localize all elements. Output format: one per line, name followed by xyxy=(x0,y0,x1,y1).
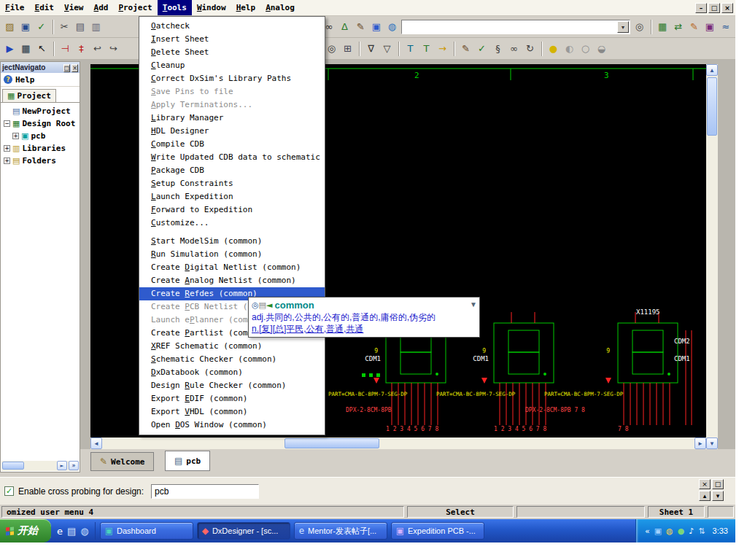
menubar-item-analog[interactable]: Analog xyxy=(260,0,300,15)
tab-project[interactable]: ▦ Project xyxy=(2,89,56,102)
tools-menu-item[interactable]: Package CDB xyxy=(139,164,325,177)
v-scroll-thumb[interactable] xyxy=(707,77,717,136)
tree-item-pcb[interactable]: +▣pcb xyxy=(2,130,80,142)
volume-icon[interactable]: ♪ xyxy=(689,526,694,536)
copy-icon[interactable]: ▤ xyxy=(74,20,88,34)
tab-welcome[interactable]: ✎Welcome xyxy=(90,452,154,471)
tree-item-newproject[interactable]: ▤NewProject xyxy=(2,105,80,117)
close-button[interactable]: × xyxy=(721,3,733,13)
h-scroll-thumb[interactable] xyxy=(285,438,379,448)
antivirus-icon[interactable]: ● xyxy=(678,526,685,536)
tools-menu-item[interactable]: Correct DxSim's Library Paths xyxy=(139,72,325,85)
combobox-arrow-icon[interactable]: ▼ xyxy=(617,21,629,33)
tree-expand-box[interactable]: + xyxy=(12,133,19,139)
filter-funnel-icon[interactable]: ∇ xyxy=(364,42,378,55)
v-scrollbar[interactable]: ▲ ▼ xyxy=(706,64,718,449)
waveform-icon[interactable]: ≈ xyxy=(719,20,732,34)
panel-undock-button[interactable]: □ xyxy=(63,64,71,72)
refresh-icon[interactable]: ↻ xyxy=(523,42,537,55)
v-scroll-up-button[interactable]: ▲ xyxy=(706,64,718,76)
speaker-icon[interactable]: ◄ xyxy=(266,300,272,310)
task-button-mentor-[interactable]: eMentor-发表帖子[... xyxy=(294,522,387,540)
tools-menu-item[interactable]: Export EDIF (common) xyxy=(139,392,325,405)
tools-menu-item[interactable]: Cleanup xyxy=(139,59,325,72)
output-float-button[interactable]: □ xyxy=(712,479,724,489)
tools-menu-item[interactable]: HDL Designer xyxy=(139,125,325,138)
backannotate-icon[interactable]: ⇄ xyxy=(671,20,685,34)
tools-menu-item[interactable]: Delete Sheet xyxy=(139,46,325,59)
save-all-icon[interactable]: ✓ xyxy=(34,20,48,34)
goto-arrow-icon[interactable]: → xyxy=(436,42,449,55)
probe-icon[interactable]: ◒ xyxy=(595,42,608,55)
bulb-off-icon[interactable]: ○ xyxy=(578,42,592,55)
task-button-expedition-pcb-[interactable]: ▣Expedition PCB -... xyxy=(391,522,484,540)
paste-icon[interactable]: ▥ xyxy=(89,20,103,34)
seg-display-component[interactable] xyxy=(494,323,554,383)
display-settings-icon[interactable]: ▣ xyxy=(654,526,662,536)
package-icon[interactable]: ▣ xyxy=(703,20,717,34)
tooltip-definition-noun[interactable]: n.[复][总]平民,公有,普通,共通 xyxy=(252,323,468,335)
output-next-button[interactable]: ▾ xyxy=(712,491,724,501)
tree-expand-box[interactable]: + xyxy=(4,145,10,152)
links-icon[interactable]: ∞ xyxy=(507,42,521,55)
tree-item-design-root[interactable]: −▦Design Root xyxy=(2,117,80,130)
panel-close-button[interactable]: × xyxy=(71,64,78,72)
panel-caption[interactable]: jectNavigato □× xyxy=(1,62,80,73)
check-icon[interactable]: Δ xyxy=(338,20,352,34)
show-desktop-icon[interactable]: ▤ xyxy=(67,526,76,537)
minimize-button[interactable]: – xyxy=(695,3,707,13)
media-player-icon[interactable]: ◍ xyxy=(80,526,88,537)
network-icon[interactable]: ⇅ xyxy=(698,526,705,536)
copy-icon[interactable]: ▤ xyxy=(259,300,266,310)
menubar-item-add[interactable]: Add xyxy=(89,0,114,15)
web-icon[interactable]: ◍ xyxy=(385,20,399,34)
tools-menu-item[interactable]: Open DOS Window (common) xyxy=(139,419,325,432)
panel-h-scrollbar[interactable]: ► » xyxy=(1,461,79,471)
bulb-half-icon[interactable]: ◐ xyxy=(562,42,576,55)
tools-menu-item[interactable]: Write Updated CDB data to schematic xyxy=(139,151,325,164)
tools-menu-item[interactable]: Create Digital Netlist (common) xyxy=(139,261,325,274)
tools-menu-item[interactable]: Run Simulation (common) xyxy=(139,248,325,261)
net-combobox[interactable]: ▼ xyxy=(401,20,630,34)
tools-menu-item[interactable]: Setup Constraints xyxy=(139,177,325,190)
output-close-button[interactable]: × xyxy=(699,479,711,489)
bulb-on-icon[interactable]: ● xyxy=(546,42,560,55)
run-sim-icon[interactable]: ▶ xyxy=(3,42,17,55)
save-icon[interactable]: ▣ xyxy=(19,20,33,34)
tools-menu-item[interactable]: Oatcheck xyxy=(139,20,325,33)
v-scroll-down-button[interactable]: ▼ xyxy=(706,438,718,449)
text-attr-icon[interactable]: T xyxy=(419,42,433,55)
next-view-icon[interactable]: ↪ xyxy=(107,42,120,55)
hide-tray-chevron-icon[interactable]: « xyxy=(645,526,650,536)
zoom-out-icon[interactable]: ◎ xyxy=(325,42,338,55)
open-folder-icon[interactable]: ▨ xyxy=(3,20,17,34)
tools-menu-item[interactable]: Library Manager xyxy=(139,112,325,125)
updates-icon[interactable]: ◍ xyxy=(666,526,673,536)
menubar-item-window[interactable]: Window xyxy=(192,0,231,15)
menubar-item-project[interactable]: Project xyxy=(113,0,157,15)
cut-icon[interactable]: ✂ xyxy=(58,20,71,34)
tools-menu-item[interactable]: Start ModelSim (common) xyxy=(139,235,325,248)
annotate-icon[interactable]: ✎ xyxy=(687,20,701,34)
tools-menu-item[interactable]: Design Rule Checker (common) xyxy=(139,379,325,392)
h-scroll-right-button[interactable]: ► xyxy=(694,438,706,449)
tree-item-libraries[interactable]: +▥Libraries xyxy=(2,142,80,155)
draw-pencil-icon[interactable]: ✎ xyxy=(459,42,473,55)
panel-scroll-thumb[interactable] xyxy=(2,462,24,470)
tools-menu-item[interactable]: Forward to Expedition xyxy=(139,203,325,217)
edit-pencil-icon[interactable]: ✎ xyxy=(354,20,368,34)
tools-menu-item[interactable]: Insert Sheet xyxy=(139,33,325,46)
tools-menu-item[interactable]: Create Analog Netlist (common) xyxy=(139,274,325,287)
filter-down-icon[interactable]: ▽ xyxy=(380,42,394,55)
no-connect-icon[interactable]: ⊣ xyxy=(58,42,72,55)
prev-view-icon[interactable]: ↩ xyxy=(90,42,104,55)
terminal-icon[interactable]: ‡ xyxy=(74,42,88,55)
h-scroll-left-button[interactable]: ◄ xyxy=(90,438,102,449)
grid-toggle-icon[interactable]: ⊞ xyxy=(341,42,355,55)
pin-icon[interactable]: ▼ xyxy=(470,299,477,311)
tools-menu-item[interactable]: DxDatabook (common) xyxy=(139,366,325,379)
task-button-dashboard[interactable]: ▣Dashboard xyxy=(100,522,193,540)
search-icon[interactable]: ◎ xyxy=(252,300,259,310)
panel-expand-button[interactable]: » xyxy=(69,461,79,470)
ie-icon[interactable]: e xyxy=(57,526,63,537)
